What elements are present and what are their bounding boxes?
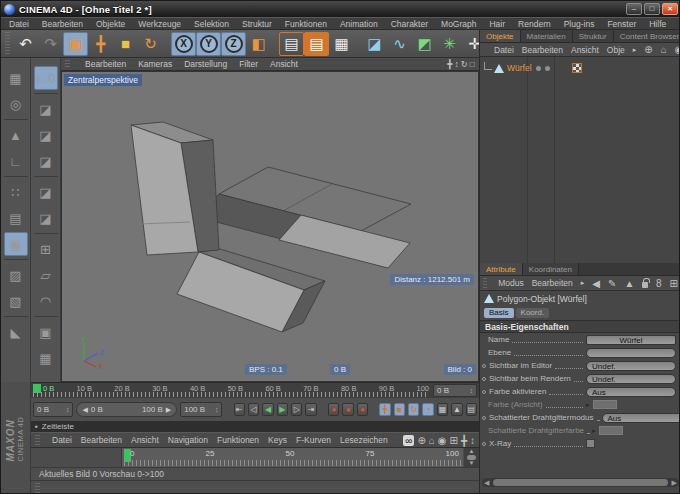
axis-mode-icon[interactable]: ∟ xyxy=(4,149,28,173)
bottom-grip[interactable] xyxy=(35,483,40,493)
om-menu-bearbeiten[interactable]: Bearbeiten xyxy=(522,45,563,55)
zl-add-icon[interactable]: ⊞ xyxy=(450,435,458,446)
zl-link-mode-icon[interactable]: ∞ xyxy=(403,435,414,446)
name-field[interactable]: Würfel xyxy=(586,335,676,345)
menu-werkzeuge[interactable]: Werkzeuge xyxy=(138,19,181,29)
viewport-rotate-icon[interactable]: ↻ xyxy=(461,59,468,69)
add-spline-icon[interactable]: ∿ xyxy=(387,32,412,56)
zl-vertical-scrollbar[interactable]: ▲ ▼ xyxy=(464,448,479,467)
end-frame-spinner[interactable]: 100 B ↕ xyxy=(180,402,222,417)
attr-cone-icon[interactable]: ▲ xyxy=(624,278,634,289)
attr-grip[interactable] xyxy=(483,278,487,288)
scroll-up-icon[interactable]: ▲ xyxy=(469,449,475,454)
zl-zoom-icon[interactable]: ↕ xyxy=(470,435,475,446)
expand-triangle-icon[interactable]: ▸ xyxy=(586,401,590,409)
move-tool-icon[interactable]: ╋ xyxy=(88,32,113,56)
record-keyframe-button[interactable]: ● xyxy=(328,403,339,416)
preview-range-slider[interactable]: ◀ 0 B 100 B ▶ xyxy=(76,402,177,417)
prev-key-button[interactable]: ◁ xyxy=(248,403,259,416)
tab-koordinaten[interactable]: Koordinaten xyxy=(523,263,579,275)
zl-menu-funktionen[interactable]: Funktionen xyxy=(217,435,259,445)
viewport[interactable]: Zentralperspektive Y Z X xyxy=(61,71,479,382)
xray-checkbox[interactable] xyxy=(586,439,595,448)
farbe-ansicht-swatch[interactable] xyxy=(593,400,617,409)
arch-tool-icon[interactable]: ◠ xyxy=(34,289,58,313)
attr-lock-icon[interactable] xyxy=(642,282,648,288)
goto-end-button[interactable]: ⇥ xyxy=(305,403,316,416)
key-position-toggle[interactable]: ╋ xyxy=(379,403,390,416)
zl-grip[interactable] xyxy=(35,435,40,445)
keyframe-selection-button[interactable]: ▤ xyxy=(466,403,477,416)
menu-bearbeiten[interactable]: Bearbeiten xyxy=(42,19,83,29)
render-active-doc-icon[interactable]: ▤ xyxy=(304,32,329,56)
selection-filter-icon[interactable]: ◣ xyxy=(4,320,28,344)
param-dot[interactable] xyxy=(482,442,486,446)
zeitleiste-ruler[interactable]: 0 25 50 75 100 xyxy=(121,448,463,467)
lock-z-axis-icon[interactable]: Z xyxy=(221,32,246,56)
range-left-icon[interactable]: ◀ xyxy=(82,406,87,414)
key-rotation-toggle[interactable]: ↻ xyxy=(408,403,419,416)
farbe-aktivieren-dropdown[interactable]: Aus xyxy=(586,387,676,397)
tab-objekte[interactable]: Objekte xyxy=(480,30,521,42)
om-home-icon[interactable]: ⌂ xyxy=(661,44,667,55)
attr-pencil-icon[interactable]: ✎ xyxy=(608,278,616,289)
use-object-axis-icon[interactable]: ∟0 xyxy=(34,66,58,90)
sichtbar-editor-dropdown[interactable]: Undef. xyxy=(586,361,676,371)
menu-hair[interactable]: Hair xyxy=(489,19,505,29)
toolbar-grip[interactable] xyxy=(5,32,10,55)
zl-eye-icon[interactable]: ◉ xyxy=(438,435,447,446)
menu-mograph[interactable]: MoGraph xyxy=(441,19,476,29)
tab-attribute[interactable]: Attribute xyxy=(480,263,523,275)
snap-settings-icon[interactable]: ▣ xyxy=(34,320,58,344)
autokey-button[interactable]: ● xyxy=(342,403,353,416)
expand-triangle-icon[interactable]: ▸ xyxy=(592,427,596,435)
viewport-menu-grip[interactable] xyxy=(65,60,70,68)
key-point-toggle[interactable]: ▲ xyxy=(451,403,462,416)
menu-struktur[interactable]: Struktur xyxy=(242,19,272,29)
range-right-icon[interactable]: ▶ xyxy=(166,406,171,414)
quantize-icon[interactable]: ▦ xyxy=(34,346,58,370)
object-row-wuerfel[interactable]: Würfel xyxy=(480,61,582,75)
param-dot[interactable] xyxy=(482,416,486,420)
om-menu-ansicht[interactable]: Ansicht xyxy=(571,45,599,55)
close-button[interactable]: × xyxy=(662,3,678,15)
object-name[interactable]: Würfel xyxy=(507,63,532,73)
scroll-right-icon[interactable]: ▶ xyxy=(670,479,679,487)
rotate-tool-icon[interactable]: ↻ xyxy=(138,32,163,56)
workplane-icon[interactable]: ▱ xyxy=(34,263,58,287)
attr-back-icon[interactable]: ◀ xyxy=(592,278,600,289)
param-dot[interactable] xyxy=(482,364,486,368)
om-search-icon[interactable]: ⊕ xyxy=(644,44,652,55)
menu-datei[interactable]: Datei xyxy=(9,19,29,29)
zeitleiste-titlebar[interactable]: ▪ Zeitleiste xyxy=(31,421,479,432)
attr-overflow-icon[interactable]: ▸ xyxy=(581,279,585,287)
goto-start-button[interactable]: ⇤ xyxy=(234,403,245,416)
coordinate-system-icon[interactable]: ◧ xyxy=(246,32,271,56)
zl-menu-keys[interactable]: Keys xyxy=(268,435,287,445)
zl-pan-icon[interactable]: ╋ xyxy=(461,435,467,446)
tab-content-browser[interactable]: Content Browser xyxy=(614,30,680,42)
undo-icon[interactable]: ↶ xyxy=(13,32,38,56)
om-menu-obje[interactable]: Obje xyxy=(607,45,625,55)
object-tree[interactable]: Würfel xyxy=(480,57,680,263)
zl-menu-fkurven[interactable]: F-Kurven xyxy=(296,435,331,445)
powerslider-ruler[interactable]: 0 B 10 B 20 B 30 B 40 B 50 B 60 B 70 B 8… xyxy=(31,382,479,398)
attr-add-icon[interactable]: ⊞ xyxy=(670,278,678,289)
zl-menu-datei[interactable]: Datei xyxy=(52,435,72,445)
zeitleiste-tracks[interactable]: 0 25 50 75 100 ▲ ▼ xyxy=(31,448,479,467)
key-scale-toggle[interactable]: ■ xyxy=(394,403,405,416)
om-menu-datei[interactable]: Datei xyxy=(494,45,514,55)
minimize-button[interactable]: – xyxy=(626,3,642,15)
menu-funktionen[interactable]: Funktionen xyxy=(285,19,327,29)
param-dot[interactable] xyxy=(482,390,486,394)
subtab-basis[interactable]: Basis xyxy=(484,308,514,318)
render-visibility-dot[interactable] xyxy=(545,66,550,71)
edges-mode-icon[interactable]: ▤ xyxy=(4,206,28,230)
texture-mode-icon[interactable]: ▨ xyxy=(4,263,28,287)
sichtbar-rendern-dropdown[interactable]: Undef. xyxy=(586,374,676,384)
tab-materialien[interactable]: Materialien xyxy=(521,30,573,42)
mode-cube-5-icon[interactable]: ◪ xyxy=(34,206,58,230)
menu-plugins[interactable]: Plug-ins xyxy=(564,19,595,29)
live-selection-icon[interactable]: ▣ xyxy=(63,32,88,56)
spinner-arrows-icon[interactable]: ↕ xyxy=(66,406,70,413)
